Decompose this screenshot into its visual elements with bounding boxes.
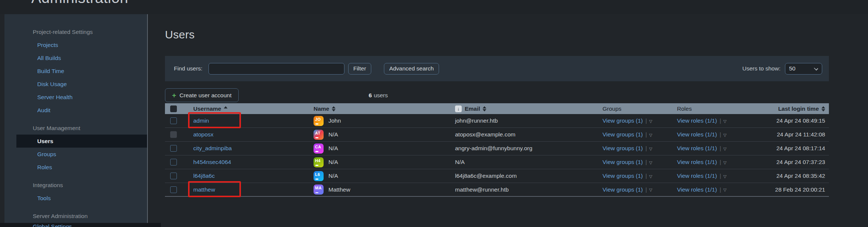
table-row: admin JO John john@runner.htb View group…: [165, 114, 829, 128]
sidebar-clipped-strip: Global Settings: [0, 223, 161, 227]
sort-both-icon: [332, 106, 336, 111]
user-email: N/A: [452, 155, 601, 169]
view-roles-link[interactable]: View roles (1/1): [677, 186, 717, 193]
header-email[interactable]: ↓ Email: [452, 103, 601, 114]
user-email: john@runner.htb: [452, 114, 601, 127]
find-users-input[interactable]: [209, 63, 344, 75]
view-groups-link[interactable]: View groups (1): [602, 131, 643, 138]
avatar: CA: [314, 144, 324, 154]
user-name: N/A: [328, 145, 338, 152]
username-link[interactable]: city_adminpiba: [193, 145, 232, 152]
section-label: Project-related Settings: [4, 25, 147, 38]
username-link[interactable]: matthew: [193, 186, 215, 193]
find-users-label: Find users:: [174, 65, 203, 72]
view-roles-link[interactable]: View roles (1/1): [677, 159, 717, 165]
admin-page: Administration Project-related Settings …: [0, 0, 868, 227]
avatar: MA: [314, 185, 324, 195]
last-login-time: 24 Apr 24 07:37:23: [752, 155, 829, 169]
table-row: matthew MA Matthew matthew@runner.htb Vi…: [165, 183, 829, 197]
table-row: atoposx AT N/A atoposx@example.com View …: [165, 128, 829, 142]
users-table-header: Username Name ↓ Email Groups Roles Last …: [165, 103, 829, 114]
view-roles-link[interactable]: View roles (1/1): [677, 131, 717, 138]
user-email: atoposx@example.com: [452, 128, 601, 141]
sidebar-item-tools[interactable]: Tools: [4, 192, 147, 205]
sidebar-item-build-time[interactable]: Build Time: [4, 64, 147, 78]
view-groups-link[interactable]: View groups (1): [602, 145, 643, 152]
view-groups-link[interactable]: View groups (1): [602, 117, 643, 124]
sort-asc-icon: [224, 106, 228, 108]
users-heading: Users: [165, 28, 195, 41]
header-last-login[interactable]: Last login time: [752, 103, 829, 114]
users-to-show-value: 50: [789, 65, 795, 72]
username-link[interactable]: atoposx: [193, 131, 213, 138]
email-download-icon: ↓: [455, 105, 462, 112]
user-name: Matthew: [328, 186, 350, 193]
sidebar-item-all-builds[interactable]: All Builds: [4, 51, 147, 64]
advanced-search-button[interactable]: Advanced search: [384, 63, 439, 75]
roles-dropdown-icon[interactable]: ▽: [723, 187, 726, 192]
sidebar-section-user-management: User Management Users Groups Roles: [4, 122, 147, 174]
view-groups-link[interactable]: View groups (1): [602, 186, 643, 193]
view-roles-link[interactable]: View roles (1/1): [677, 173, 717, 179]
sidebar-item-projects[interactable]: Projects: [4, 38, 147, 51]
sidebar-section-project-settings: Project-related Settings Projects All Bu…: [4, 25, 147, 117]
last-login-time: 24 Apr 24 08:49:15: [752, 114, 829, 127]
row-checkbox[interactable]: [170, 173, 177, 179]
last-login-time: 24 Apr 24 08:17:14: [752, 142, 829, 155]
header-name[interactable]: Name: [311, 103, 452, 114]
groups-dropdown-icon[interactable]: ▽: [649, 174, 652, 179]
roles-dropdown-icon[interactable]: ▽: [723, 119, 726, 123]
row-checkbox[interactable]: [170, 131, 177, 138]
view-groups-link[interactable]: View groups (1): [602, 159, 643, 165]
users-to-show-select[interactable]: 50: [785, 63, 822, 75]
chevron-down-icon: [814, 66, 818, 70]
sort-both-icon: [821, 106, 825, 111]
groups-dropdown-icon[interactable]: ▽: [649, 146, 652, 151]
groups-dropdown-icon[interactable]: ▽: [649, 160, 652, 165]
sidebar-section-server-administration: Server Administration: [4, 209, 147, 223]
sort-both-icon: [483, 106, 486, 111]
header-username[interactable]: Username: [186, 103, 311, 114]
groups-dropdown-icon[interactable]: ▽: [649, 187, 652, 192]
row-checkbox[interactable]: [170, 117, 177, 124]
user-email: l64j8a6c@example.com: [452, 169, 601, 183]
sidebar-item-global-settings[interactable]: Global Settings: [0, 223, 161, 227]
roles-dropdown-icon[interactable]: ▽: [723, 174, 726, 179]
header-groups: Groups: [601, 103, 675, 114]
section-label: User Management: [4, 122, 147, 135]
sidebar-item-disk-usage[interactable]: Disk Usage: [4, 78, 147, 91]
filter-button[interactable]: Filter: [348, 63, 371, 75]
page-title: Administration: [31, 0, 128, 6]
username-link[interactable]: admin: [193, 117, 209, 124]
user-count: 6users: [369, 92, 388, 99]
roles-dropdown-icon[interactable]: ▽: [723, 132, 726, 137]
sidebar-item-groups[interactable]: Groups: [4, 148, 147, 161]
view-roles-link[interactable]: View roles (1/1): [677, 117, 717, 124]
username-link[interactable]: l64j8a6c: [193, 173, 215, 179]
roles-dropdown-icon[interactable]: ▽: [723, 146, 726, 151]
avatar: H4: [314, 157, 324, 167]
sidebar-item-users[interactable]: Users: [16, 135, 147, 148]
roles-dropdown-icon[interactable]: ▽: [723, 160, 726, 165]
view-groups-link[interactable]: View groups (1): [602, 173, 643, 179]
plus-icon: +: [172, 92, 176, 99]
row-checkbox[interactable]: [170, 159, 177, 165]
user-email: matthew@runner.htb: [452, 183, 601, 196]
row-checkbox[interactable]: [170, 186, 177, 193]
user-name: N/A: [328, 173, 338, 179]
users-admin-main: Users Find users: Filter Advanced search…: [148, 14, 868, 227]
select-all-checkbox[interactable]: [170, 105, 177, 112]
groups-dropdown-icon[interactable]: ▽: [649, 119, 652, 123]
sidebar-item-server-health[interactable]: Server Health: [4, 91, 147, 104]
table-row: h454nsec4064 H4 N/A N/A View groups (1) …: [165, 155, 829, 169]
username-link[interactable]: h454nsec4064: [193, 159, 231, 165]
view-roles-link[interactable]: View roles (1/1): [677, 145, 717, 152]
user-name: John: [328, 117, 341, 124]
user-name: N/A: [328, 159, 338, 165]
sidebar-item-roles[interactable]: Roles: [4, 161, 147, 174]
sidebar-item-audit[interactable]: Audit: [4, 104, 147, 117]
row-checkbox[interactable]: [170, 145, 177, 152]
avatar: L6: [314, 171, 324, 181]
groups-dropdown-icon[interactable]: ▽: [649, 132, 652, 137]
create-user-account-button[interactable]: + Create user account: [165, 88, 239, 102]
